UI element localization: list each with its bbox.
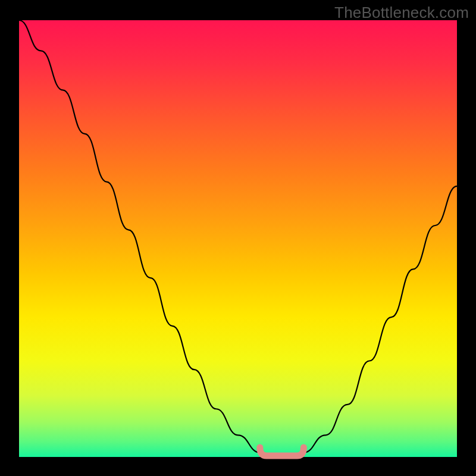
chart-frame: TheBottleneck.com — [0, 0, 476, 476]
bottleneck-chart — [0, 0, 476, 476]
gradient-background — [19, 20, 457, 457]
watermark-text: TheBottleneck.com — [334, 4, 469, 22]
